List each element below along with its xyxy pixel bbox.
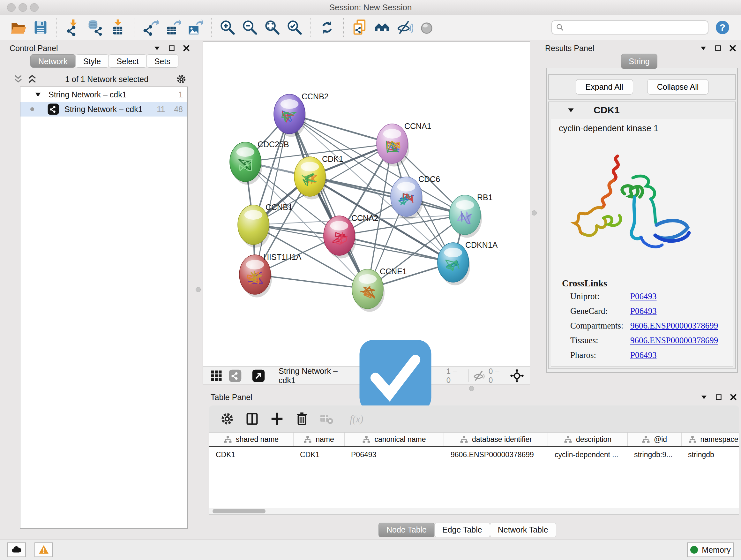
birdseye-grid-icon[interactable] <box>209 369 223 383</box>
first-neighbors-icon[interactable] <box>374 19 390 36</box>
memory-button[interactable]: Memory <box>687 543 734 557</box>
table-row[interactable]: CDK1CDK1P064939606.ENSP00000378699cyclin… <box>209 447 739 462</box>
panel-menu-icon[interactable] <box>153 44 161 52</box>
crosslink-link[interactable]: 9606.ENSP00000378699 <box>630 321 718 331</box>
node-CDKN1A[interactable]: CDKN1A <box>437 240 498 286</box>
tab-select[interactable]: Select <box>109 54 146 68</box>
detach-view-icon[interactable] <box>252 369 265 382</box>
zoom-fit-icon[interactable] <box>264 19 280 36</box>
show-columns-icon[interactable] <box>245 412 259 426</box>
column-header-name[interactable]: name <box>293 433 345 446</box>
edge-CCNB2-HIST1H1A[interactable] <box>255 114 289 274</box>
node-CCNA1[interactable]: CCNA1 <box>377 122 431 167</box>
node-CDC25B[interactable]: CDC25B <box>230 140 289 185</box>
column-header-namespace[interactable]: namespace <box>682 433 739 446</box>
column-header-database-identifier[interactable]: database identifier <box>444 433 548 446</box>
search-box[interactable] <box>551 20 709 35</box>
import-table-file-icon[interactable] <box>110 19 126 36</box>
horizontal-splitter-handle[interactable] <box>469 386 474 391</box>
left-splitter-handle[interactable] <box>196 287 201 292</box>
table-hscrollbar-thumb[interactable] <box>212 509 266 513</box>
crosslink-link[interactable]: P06493 <box>630 350 657 360</box>
expand-all-networks-icon[interactable] <box>13 74 23 84</box>
gene-details: cyclin-dependent kinase 1 <box>551 119 733 367</box>
panel-close-icon[interactable] <box>730 393 737 401</box>
network-options-gear-icon[interactable] <box>176 74 187 84</box>
tab-string[interactable]: String <box>621 54 657 69</box>
add-column-icon[interactable] <box>270 412 284 426</box>
tab-style[interactable]: Style <box>75 54 109 68</box>
string-network-graph[interactable]: CCNB2CCNA1CDC25BCDK1CDC6RB1CCNB1CCNA2CDK… <box>203 42 530 367</box>
import-network-database-icon[interactable] <box>87 19 104 36</box>
node-CDC6[interactable]: CDC6 <box>391 175 440 220</box>
node-RB1[interactable]: RB1 <box>449 193 493 238</box>
save-session-icon[interactable] <box>32 19 49 36</box>
node-CCNB2[interactable]: CCNB2 <box>274 92 329 137</box>
tab-node-table[interactable]: Node Table <box>379 523 434 537</box>
edge-CDK1-RB1[interactable] <box>310 177 465 215</box>
node-HIST1H1A[interactable]: HIST1H1A <box>239 253 301 298</box>
hidden-eye-icon[interactable] <box>473 369 485 382</box>
export-table-icon[interactable] <box>164 19 181 36</box>
node-label-RB1: RB1 <box>477 193 493 202</box>
zoom-selected-icon[interactable] <box>286 19 303 36</box>
toolbar-separator <box>134 18 134 37</box>
zoom-out-icon[interactable] <box>242 19 258 36</box>
network-collection-row[interactable]: String Network – cdk1 1 <box>20 87 187 102</box>
edge-HIST1H1A-CCNE1[interactable] <box>255 274 367 289</box>
panel-menu-icon[interactable] <box>700 393 708 401</box>
panel-float-icon[interactable] <box>714 44 722 52</box>
export-network-icon[interactable] <box>142 19 158 36</box>
collapse-all-button[interactable]: Collapse All <box>647 79 709 95</box>
cloud-status-button[interactable] <box>7 543 26 557</box>
panel-close-icon[interactable] <box>729 44 737 52</box>
node-CCNB1[interactable]: CCNB1 <box>238 203 293 248</box>
panel-float-icon[interactable] <box>715 393 723 401</box>
node-CCNE1[interactable]: CCNE1 <box>352 267 407 312</box>
zoom-in-icon[interactable] <box>219 19 236 36</box>
panel-menu-icon[interactable] <box>699 44 707 52</box>
hide-selected-icon[interactable] <box>396 19 413 36</box>
tab-edge-table[interactable]: Edge Table <box>434 523 490 537</box>
right-splitter-handle[interactable] <box>532 210 537 215</box>
crosslink-link[interactable]: 9606.ENSP00000378699 <box>630 335 718 346</box>
edge-CCNB2-CCNE1[interactable] <box>289 114 367 289</box>
fit-selected-crosshair-icon[interactable] <box>510 369 524 383</box>
tab-network-table[interactable]: Network Table <box>490 523 556 537</box>
edge-CCNA2-CDKN1A[interactable] <box>339 236 453 262</box>
delete-column-icon[interactable] <box>294 412 309 426</box>
open-session-icon[interactable] <box>10 19 26 36</box>
show-all-icon[interactable] <box>418 19 435 36</box>
collapse-all-networks-icon[interactable] <box>27 74 38 84</box>
node-table[interactable]: shared namenamecanonical namedatabase id… <box>209 432 739 515</box>
crosslink-link[interactable]: P06493 <box>630 292 657 301</box>
refresh-view-icon[interactable] <box>319 19 335 36</box>
tab-sets[interactable]: Sets <box>146 54 179 68</box>
gene-section-header[interactable]: CDK1 <box>549 102 735 118</box>
column-header-canonical-name[interactable]: canonical name <box>345 433 444 446</box>
tab-network[interactable]: Network <box>30 54 76 68</box>
clone-network-icon[interactable] <box>351 19 368 36</box>
export-image-icon[interactable] <box>187 19 203 36</box>
warnings-button[interactable] <box>35 543 53 557</box>
network-share-icon[interactable] <box>228 369 242 382</box>
table-options-gear-icon[interactable] <box>220 412 234 426</box>
network-canvas[interactable]: CCNB2CCNA1CDC25BCDK1CDC6RB1CCNB1CCNA2CDK… <box>203 42 530 367</box>
column-header-@id[interactable]: @id <box>628 433 682 446</box>
column-header-shared-name[interactable]: shared name <box>209 433 293 446</box>
collection-collapse-icon[interactable] <box>35 91 42 98</box>
expand-all-button[interactable]: Expand All <box>576 79 633 95</box>
import-network-file-icon[interactable] <box>65 19 81 36</box>
search-input[interactable] <box>565 21 704 34</box>
help-icon[interactable]: ? <box>715 20 730 35</box>
node-label-CDC25B: CDC25B <box>258 140 289 149</box>
network-row-selected[interactable]: String Network – cdk1 11 48 <box>20 102 187 117</box>
crosslink-link[interactable]: P06493 <box>630 306 657 316</box>
panel-float-icon[interactable] <box>168 44 176 52</box>
search-icon <box>555 23 565 32</box>
column-header-description[interactable]: description <box>548 433 628 446</box>
crosslink-row: Tissues:9606.ENSP00000378699 <box>570 335 730 348</box>
panel-close-icon[interactable] <box>183 44 190 52</box>
gene-collapse-icon[interactable] <box>567 106 575 114</box>
delete-table-icon <box>320 412 334 426</box>
